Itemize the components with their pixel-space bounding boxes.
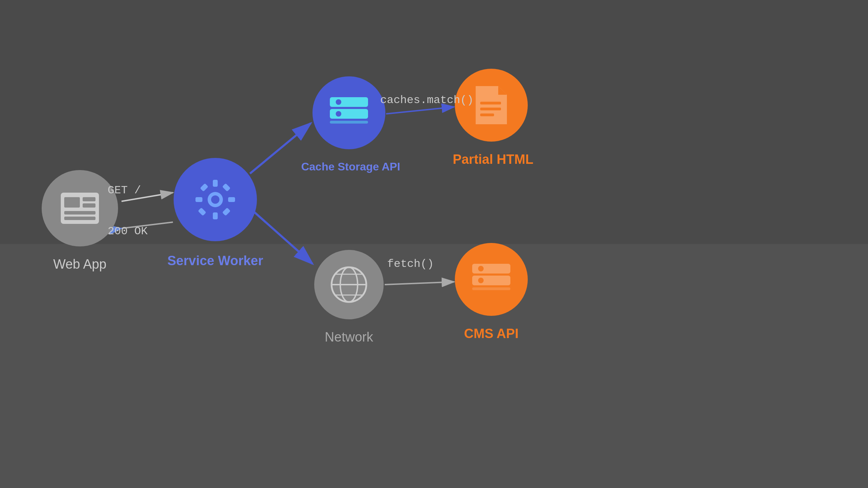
svg-rect-31 — [480, 113, 494, 116]
svg-rect-16 — [222, 208, 231, 216]
svg-rect-23 — [330, 121, 368, 124]
svg-rect-32 — [472, 264, 510, 274]
cms-api-circle — [455, 243, 528, 316]
background-top — [0, 0, 868, 244]
svg-rect-13 — [195, 197, 202, 202]
svg-point-35 — [478, 278, 484, 283]
svg-rect-29 — [480, 102, 501, 104]
cms-api-label: CMS API — [443, 326, 540, 341]
svg-point-33 — [478, 266, 484, 271]
svg-rect-5 — [83, 197, 95, 201]
get-label: GET / — [108, 184, 141, 197]
fetch-label: fetch() — [387, 258, 434, 270]
svg-point-10 — [211, 195, 219, 204]
svg-rect-14 — [228, 197, 235, 202]
cache-storage-circle — [312, 76, 385, 149]
network-circle — [314, 250, 384, 319]
caches-match-label: caches.match() — [380, 94, 474, 107]
svg-rect-8 — [64, 217, 95, 220]
network-label: Network — [297, 330, 401, 345]
svg-rect-15 — [200, 183, 208, 192]
cache-storage-label: Cache Storage API — [288, 160, 413, 173]
svg-rect-30 — [480, 108, 501, 110]
partial-html-label: Partial HTML — [427, 152, 559, 167]
svg-rect-11 — [213, 180, 218, 187]
svg-point-22 — [336, 111, 341, 117]
svg-rect-36 — [472, 287, 510, 290]
svg-rect-7 — [64, 211, 95, 214]
svg-rect-17 — [198, 208, 206, 216]
svg-rect-34 — [472, 276, 510, 285]
svg-rect-21 — [330, 109, 368, 119]
service-worker-label: Service Worker — [146, 253, 285, 268]
web-app-label: Web App — [14, 257, 146, 272]
svg-rect-12 — [213, 212, 218, 219]
ok-label: 200 OK — [108, 225, 148, 238]
service-worker-circle — [174, 158, 257, 241]
svg-point-20 — [336, 99, 341, 105]
svg-rect-19 — [330, 97, 368, 107]
background-bottom — [0, 244, 868, 488]
svg-rect-6 — [83, 203, 95, 208]
svg-rect-4 — [64, 197, 80, 208]
svg-rect-18 — [222, 183, 231, 192]
web-app-circle — [42, 170, 118, 246]
